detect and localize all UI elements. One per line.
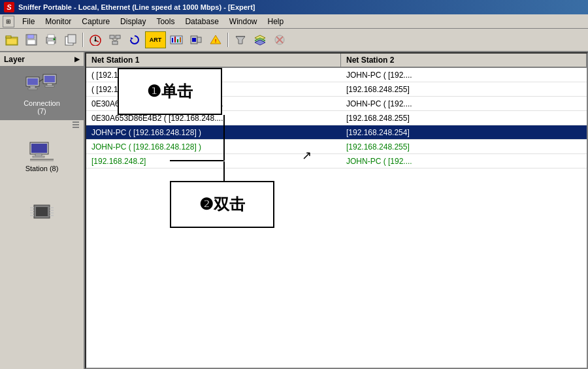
menu-bar: ⊞ File Monitor Capture Display Tools Dat…	[0, 14, 588, 29]
table-row-selected[interactable]: JOHN-PC ( [192.168.248.128] ) [192.168.2…	[86, 125, 587, 140]
svg-rect-29	[192, 38, 196, 42]
menu-tools[interactable]: Tools	[151, 16, 180, 27]
toolbar-packets[interactable]	[251, 31, 269, 48]
menu-icon: ⊞	[3, 16, 14, 27]
svg-line-48	[39, 79, 43, 82]
svg-rect-47	[45, 86, 54, 87]
title-bar: S Sniffer Portable - Local, Ethernet (Li…	[0, 0, 588, 14]
toolbar-refresh[interactable]	[125, 31, 144, 48]
app-logo: S	[4, 2, 14, 12]
svg-rect-43	[28, 88, 37, 89]
title-bar-text: Sniffer Portable - Local, Ethernet (Line…	[18, 3, 255, 11]
table-row[interactable]: JOHN-PC ( [192.168.248.128] ) [192.168.2…	[86, 140, 587, 154]
table-row[interactable]: [192.168.248.2] JOHN-PC ( [192....	[86, 154, 587, 168]
table-cell-station1-selected: JOHN-PC ( [192.168.248.128] )	[86, 127, 341, 138]
svg-rect-7	[48, 35, 54, 38]
toolbar-network[interactable]	[106, 31, 124, 48]
svg-rect-1	[6, 36, 11, 38]
sidebar-item-protocol[interactable]	[0, 185, 84, 238]
sidebar: Layer ▶ Connection(7)	[0, 52, 85, 369]
svg-text:!: !	[215, 38, 217, 44]
sidebar-expand-arrow[interactable]: ▶	[74, 56, 80, 63]
sidebar-item-station-label: Station (8)	[25, 165, 59, 172]
toolbar-art[interactable]: ART	[145, 31, 166, 48]
toolbar-stats[interactable]	[167, 31, 186, 48]
toolbar-sep-1	[82, 33, 84, 47]
table-cell-station2: JOHN-PC ( [192....	[341, 98, 587, 110]
menu-help[interactable]: Help	[263, 16, 289, 27]
table-cell-station1: 0E30A653D86E4B2 ( [192.168.248....	[86, 98, 341, 110]
toolbar-print[interactable]	[42, 31, 60, 48]
menu-window[interactable]: Window	[224, 16, 263, 27]
menu-monitor[interactable]: Monitor	[40, 16, 76, 27]
svg-rect-5	[27, 40, 35, 44]
sidebar-header: Layer ▶	[0, 52, 84, 67]
svg-rect-11	[68, 35, 76, 43]
toolbar-filter[interactable]	[231, 31, 250, 48]
svg-rect-8	[48, 41, 54, 44]
table-cell-station2: [192.168.248.255]	[341, 84, 587, 95]
table-cell-station1: [192.168.248.2]	[86, 155, 341, 167]
svg-rect-18	[112, 41, 118, 44]
table-row[interactable]: ( [192.168.248.... JOHN-PC ( [192....	[86, 68, 587, 82]
main-content: Layer ▶ Connection(7)	[0, 52, 588, 369]
protocol-icon	[27, 201, 56, 222]
table-area: Net Station 1 Net Station 2 ( [192.168.2…	[85, 52, 588, 369]
toolbar-dashboard[interactable]	[86, 31, 105, 48]
svg-rect-16	[110, 35, 114, 39]
svg-rect-50	[31, 144, 47, 153]
svg-rect-2	[7, 39, 17, 44]
svg-rect-41	[27, 78, 38, 85]
svg-rect-51	[35, 154, 42, 156]
table-row[interactable]: ( [192.168.248.... [192.168.248.255]	[86, 82, 587, 97]
table-cell-station2: JOHN-PC ( [192....	[341, 69, 587, 81]
table-cell-station1: ( [192.168.248....	[86, 84, 341, 95]
sidebar-item-station[interactable]: Station (8)	[0, 131, 84, 183]
svg-rect-56	[36, 207, 48, 216]
svg-rect-46	[47, 84, 52, 86]
table-cell-station1: 0E30A653D86E4B2 ( [192.168.248....	[86, 112, 341, 124]
svg-marker-33	[236, 37, 245, 44]
toolbar-copy[interactable]	[61, 31, 80, 48]
table-row[interactable]: 0E30A653D86E4B2 ( [192.168.248.... [192.…	[86, 111, 587, 125]
table-cell-station1: JOHN-PC ( [192.168.248.128] )	[86, 141, 341, 153]
sidebar-item-connection-label: Connection(7)	[24, 99, 60, 115]
table-cell-station2: JOHN-PC ( [192....	[341, 155, 587, 167]
table-header-station2: Net Station 2	[341, 54, 587, 67]
svg-rect-4	[27, 35, 34, 39]
toolbar-capture[interactable]	[187, 31, 205, 48]
menu-database[interactable]: Database	[180, 16, 223, 27]
svg-rect-52	[33, 156, 44, 157]
menu-file[interactable]: File	[17, 16, 40, 27]
sidebar-item-connection[interactable]: Connection(7)	[0, 67, 84, 120]
svg-rect-42	[30, 86, 35, 88]
svg-point-15	[95, 40, 97, 42]
toolbar: ART !	[0, 29, 588, 52]
menu-display[interactable]: Display	[115, 16, 151, 27]
table-header-station1: Net Station 1	[86, 54, 341, 67]
table-cell-station1: ( [192.168.248....	[86, 69, 341, 81]
svg-point-9	[54, 39, 56, 40]
table-row[interactable]: 0E30A653D86E4B2 ( [192.168.248.... JOHN-…	[86, 97, 587, 111]
table-cell-station2-selected: [192.168.248.254]	[341, 127, 587, 138]
svg-rect-28	[197, 37, 201, 42]
toolbar-save[interactable]	[22, 31, 41, 48]
toolbar-warning[interactable]: !	[206, 31, 225, 48]
table-cell-station2: [192.168.248.255]	[341, 112, 587, 124]
connection-icon	[25, 72, 59, 97]
svg-rect-17	[116, 35, 120, 39]
table-cell-station2: [192.168.248.255]	[341, 141, 587, 153]
svg-rect-45	[44, 76, 55, 82]
toolbar-cancel[interactable]	[270, 31, 289, 48]
menu-capture[interactable]: Capture	[76, 16, 115, 27]
table-header: Net Station 1 Net Station 2	[86, 54, 587, 68]
sidebar-header-label: Layer	[4, 55, 25, 64]
svg-line-20	[115, 39, 118, 41]
station-icon	[27, 141, 56, 162]
toolbar-sep-2	[227, 33, 229, 47]
svg-marker-21	[131, 37, 133, 40]
table-body: ( [192.168.248.... JOHN-PC ( [192.... ( …	[86, 68, 587, 368]
toolbar-open[interactable]	[3, 31, 21, 48]
svg-line-19	[112, 39, 115, 41]
